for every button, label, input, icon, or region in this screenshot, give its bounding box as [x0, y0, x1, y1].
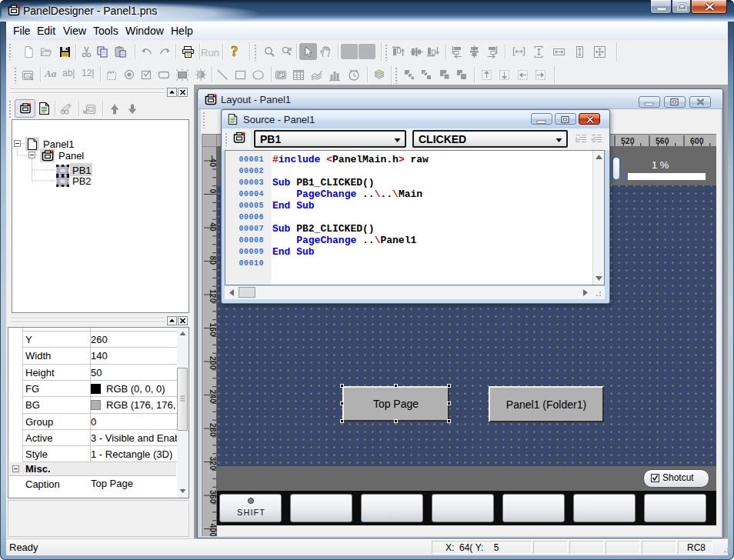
svg-text:360: 360 [209, 490, 217, 504]
svg-text:80: 80 [209, 256, 217, 265]
svg-text:240: 240 [209, 390, 217, 404]
svg-text:?: ? [231, 45, 239, 58]
svg-text:320: 320 [209, 457, 217, 471]
svg-text:xyz: xyz [108, 69, 115, 74]
svg-text:120: 120 [209, 289, 217, 303]
svg-text:520: 520 [621, 136, 635, 145]
svg-text:600: 600 [690, 136, 704, 145]
svg-text:-40: -40 [209, 155, 217, 167]
svg-text:560: 560 [656, 136, 669, 145]
svg-text:160: 160 [209, 323, 217, 337]
svg-text:F1: F1 [279, 72, 285, 78]
svg-text:200: 200 [209, 356, 217, 370]
svg-text:40: 40 [209, 222, 217, 232]
svg-text:400: 400 [209, 524, 217, 537]
svg-text:280: 280 [209, 423, 217, 437]
svg-text:0: 0 [209, 189, 217, 194]
